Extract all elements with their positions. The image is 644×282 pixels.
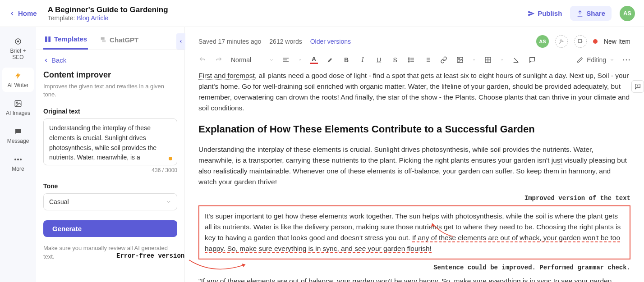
editor-area: Saved 17 minutes ago 2612 words Older ve… — [185, 27, 644, 282]
paragraph-style-select[interactable]: Normal — [231, 56, 274, 64]
tab-templates[interactable]: Templates — [43, 32, 88, 50]
panel-title: Content improver — [43, 70, 177, 80]
rail-label: AI Writer — [8, 82, 28, 88]
svg-rect-10 — [578, 40, 581, 43]
text-span: one — [327, 167, 338, 175]
more-button[interactable] — [622, 56, 630, 64]
image-button[interactable] — [456, 56, 464, 64]
collaborator-avatar[interactable]: AS — [536, 35, 549, 48]
target-icon — [14, 37, 23, 46]
svg-point-30 — [629, 59, 630, 61]
comment-button[interactable] — [528, 56, 536, 64]
back-label: Back — [51, 56, 66, 64]
chat-bubbles-icon — [100, 36, 107, 43]
underline-button[interactable]: U — [375, 56, 383, 64]
user-plus-icon — [559, 39, 564, 44]
svg-rect-7 — [45, 36, 47, 42]
link-button[interactable] — [440, 56, 448, 64]
template-link[interactable]: Blog Article — [77, 14, 108, 22]
rail-label: Brief + SEO — [4, 48, 32, 60]
share-button[interactable]: Share — [570, 6, 612, 21]
chevron-down-icon — [610, 58, 614, 62]
user-avatar[interactable]: AS — [620, 6, 635, 21]
send-icon — [528, 10, 535, 17]
chevron-down-icon — [269, 58, 274, 62]
document-content[interactable]: First and foremost, all plants need a go… — [198, 70, 630, 282]
rail-label: More — [12, 166, 24, 172]
rail-label: Message — [7, 138, 29, 144]
chat-icon — [14, 127, 23, 136]
svg-point-3 — [16, 102, 18, 103]
text-color-button[interactable]: A — [310, 56, 318, 64]
table-button[interactable] — [484, 56, 492, 64]
annotation-label: Sentence could be improved. Performed gr… — [198, 263, 630, 273]
redo-button[interactable] — [215, 56, 223, 64]
annotation-arrow-icon — [187, 258, 250, 276]
older-versions-link[interactable]: Older versions — [310, 38, 351, 45]
add-comment-button[interactable] — [631, 80, 644, 93]
paragraph[interactable]: First and foremost, all plants need a go… — [198, 70, 630, 114]
comment-plus-icon — [634, 83, 641, 90]
status-dot-icon — [593, 39, 598, 44]
chevron-down-icon — [500, 58, 504, 62]
status-dot-icon — [169, 157, 172, 160]
text-span: First and foremost — [198, 72, 255, 80]
dots-icon — [14, 155, 23, 164]
strikethrough-button[interactable]: S — [391, 56, 399, 64]
svg-point-1 — [18, 41, 19, 42]
image-plus-icon — [578, 39, 583, 44]
text-span: Understanding the interplay of these ele… — [198, 146, 593, 164]
bullet-list-button[interactable] — [407, 56, 415, 64]
bold-button[interactable]: B — [342, 56, 350, 64]
chevron-down-icon — [472, 58, 476, 62]
mode-select[interactable]: Editing — [577, 56, 614, 64]
publish-label: Publish — [538, 9, 562, 17]
paragraph[interactable]: Understanding the interplay of these ele… — [198, 144, 630, 187]
rail-more[interactable]: More — [2, 151, 34, 176]
rail-brief-seo[interactable]: Brief + SEO — [2, 33, 34, 64]
chevron-down-icon — [298, 58, 302, 62]
back-link[interactable]: Back — [43, 56, 177, 64]
share-label: Share — [586, 9, 605, 17]
word-count: 2612 words — [269, 38, 302, 45]
add-image-button[interactable] — [574, 35, 587, 48]
generate-button[interactable]: Generate — [43, 220, 177, 237]
rail-message[interactable]: Message — [2, 123, 34, 148]
add-collaborator-button[interactable] — [555, 35, 568, 48]
home-label: Home — [18, 9, 37, 17]
chevron-down-icon — [166, 199, 171, 205]
template-prefix: Template: — [48, 14, 77, 22]
rail-ai-writer[interactable]: AI Writer — [2, 68, 34, 92]
collapse-panel-button[interactable] — [176, 33, 185, 50]
templates-icon — [44, 36, 51, 43]
style-value: Normal — [231, 56, 251, 64]
original-text-value: Understanding the interplay of these ele… — [49, 124, 156, 161]
chevron-left-icon — [43, 58, 49, 63]
undo-button[interactable] — [198, 56, 207, 64]
align-button[interactable] — [282, 56, 290, 64]
tab-label: Templates — [54, 35, 87, 43]
svg-point-15 — [409, 59, 409, 60]
improved-text-box[interactable]: It's super important to get how these el… — [198, 205, 630, 259]
publish-button[interactable]: Publish — [528, 9, 562, 17]
highlight-button[interactable] — [326, 56, 334, 64]
editor-toolbar: Normal A B I U S Editing — [198, 56, 630, 64]
svg-point-16 — [409, 61, 409, 62]
tone-select[interactable]: Casual — [43, 193, 177, 210]
chevron-left-icon — [179, 38, 183, 45]
svg-point-9 — [560, 40, 562, 41]
pencil-icon — [577, 57, 583, 63]
svg-point-29 — [626, 59, 627, 61]
italic-button[interactable]: I — [359, 56, 367, 64]
heading-2[interactable]: Explanation of How These Elements Contri… — [198, 122, 630, 137]
svg-point-5 — [17, 159, 19, 160]
rail-ai-images[interactable]: AI Images — [2, 96, 34, 120]
original-text-input[interactable]: Understanding the interplay of these ele… — [43, 118, 177, 165]
text-span: just — [552, 156, 562, 164]
tab-chatgpt[interactable]: ChatGPT — [99, 32, 139, 50]
new-item-label[interactable]: New Item — [604, 38, 630, 45]
clear-format-button[interactable] — [512, 56, 520, 64]
numbered-list-button[interactable] — [423, 56, 432, 64]
corrected-text[interactable]: "If any of these elements are out of bal… — [198, 276, 630, 282]
home-link[interactable]: Home — [9, 9, 37, 17]
